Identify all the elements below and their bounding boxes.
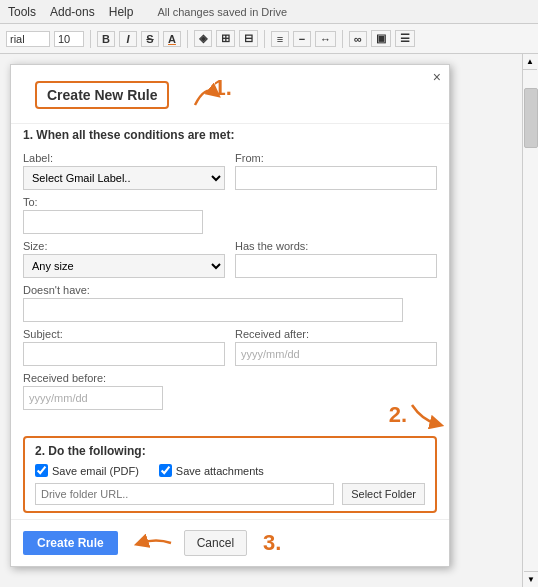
create-rule-button[interactable]: Create Rule (23, 531, 118, 555)
image-button[interactable]: ▣ (371, 30, 391, 47)
save-email-item: Save email (PDF) (35, 464, 139, 477)
menu-help[interactable]: Help (109, 5, 134, 19)
folder-row: Select Folder (35, 483, 425, 505)
indent-button[interactable]: − (293, 31, 311, 47)
create-rule-title: Create New Rule (35, 81, 169, 109)
size-select[interactable]: Any size (23, 254, 225, 278)
subject-received-row: Subject: Received after: (23, 328, 437, 366)
save-attachments-item: Save attachments (159, 464, 264, 477)
section2-header: 2. Do the following: (35, 444, 425, 458)
highlight-button[interactable]: ◈ (194, 30, 212, 47)
align-button[interactable]: ≡ (271, 31, 289, 47)
scroll-up-button[interactable]: ▲ (523, 54, 537, 70)
subject-label: Subject: (23, 328, 225, 340)
received-after-input[interactable] (235, 342, 437, 366)
has-words-label: Has the words: (235, 240, 437, 252)
subject-group: Subject: (23, 328, 225, 366)
dialog-footer: Create Rule Cancel 3. (11, 519, 449, 566)
remove-table-button[interactable]: ⊟ (239, 30, 258, 47)
label-group: Label: Select Gmail Label.. (23, 152, 225, 190)
annotation-2-arrow (407, 400, 447, 430)
more-button[interactable]: ☰ (395, 30, 415, 47)
dialog-overlay: × Create New Rule (0, 54, 522, 587)
size-label: Size: (23, 240, 225, 252)
menu-addons[interactable]: Add-ons (50, 5, 95, 19)
main-area: × Create New Rule (0, 54, 538, 587)
section2: 2. Do the following: Save email (PDF) Sa… (23, 436, 437, 513)
annotation-3-label: 3. (263, 530, 281, 556)
received-before-group: Received before: (23, 372, 437, 410)
to-input[interactable] (23, 210, 203, 234)
annotation-2: 2. (389, 400, 447, 430)
select-folder-button[interactable]: Select Folder (342, 483, 425, 505)
received-before-label: Received before: (23, 372, 437, 384)
toolbar-divider-2 (187, 30, 188, 48)
doesnt-have-row: Doesn't have: (23, 284, 437, 322)
received-before-row: Received before: 2. (23, 372, 437, 410)
doesnt-have-input[interactable] (23, 298, 403, 322)
checkbox-row: Save email (PDF) Save attachments (35, 464, 425, 477)
received-before-input[interactable] (23, 386, 163, 410)
drive-folder-input[interactable] (35, 483, 334, 505)
from-input[interactable] (235, 166, 437, 190)
from-label: From: (235, 152, 437, 164)
save-attachments-label: Save attachments (176, 465, 264, 477)
label-label: Label: (23, 152, 225, 164)
drive-saved-status: All changes saved in Drive (157, 6, 287, 18)
to-row: To: (23, 196, 437, 234)
spacing-button[interactable]: ↔ (315, 31, 336, 47)
font-color-button[interactable]: A (163, 31, 181, 47)
scrollbar-thumb[interactable] (524, 88, 538, 148)
link-button[interactable]: ∞ (349, 31, 367, 47)
received-after-label: Received after: (235, 328, 437, 340)
size-group: Size: Any size (23, 240, 225, 278)
section1-header: 1. When all these conditions are met: (11, 123, 449, 148)
doesnt-have-group: Doesn't have: (23, 284, 437, 322)
toolbar: B I S A ◈ ⊞ ⊟ ≡ − ↔ ∞ ▣ ☰ (0, 24, 538, 54)
annotation-1-label: 1. (213, 75, 231, 101)
doc-area: × Create New Rule (0, 54, 522, 587)
to-group: To: (23, 196, 437, 234)
menubar: Tools Add-ons Help All changes saved in … (0, 0, 538, 24)
italic-button[interactable]: I (119, 31, 137, 47)
save-email-checkbox[interactable] (35, 464, 48, 477)
font-selector[interactable] (6, 31, 50, 47)
received-after-group: Received after: (235, 328, 437, 366)
save-email-label: Save email (PDF) (52, 465, 139, 477)
label-select[interactable]: Select Gmail Label.. (23, 166, 225, 190)
cancel-button[interactable]: Cancel (184, 530, 247, 556)
menu-tools[interactable]: Tools (8, 5, 36, 19)
subject-input[interactable] (23, 342, 225, 366)
toolbar-divider-1 (90, 30, 91, 48)
right-scrollbar[interactable]: ▲ ▼ (522, 54, 538, 587)
font-size-selector[interactable] (54, 31, 84, 47)
scroll-down-button[interactable]: ▼ (524, 571, 538, 587)
doesnt-have-label: Doesn't have: (23, 284, 437, 296)
size-words-row: Size: Any size Has the words: (23, 240, 437, 278)
label-from-row: Label: Select Gmail Label.. From: (23, 152, 437, 190)
annotation-3-arrow (126, 528, 176, 558)
bold-button[interactable]: B (97, 31, 115, 47)
has-words-input[interactable] (235, 254, 437, 278)
toolbar-divider-3 (264, 30, 265, 48)
has-words-group: Has the words: (235, 240, 437, 278)
table-button[interactable]: ⊞ (216, 30, 235, 47)
strikethrough-button[interactable]: S (141, 31, 159, 47)
form-area: Label: Select Gmail Label.. From: (11, 148, 449, 420)
from-group: From: (235, 152, 437, 190)
to-label: To: (23, 196, 437, 208)
toolbar-divider-4 (342, 30, 343, 48)
annotation-2-label: 2. (389, 402, 407, 428)
dialog: × Create New Rule (10, 64, 450, 567)
save-attachments-checkbox[interactable] (159, 464, 172, 477)
